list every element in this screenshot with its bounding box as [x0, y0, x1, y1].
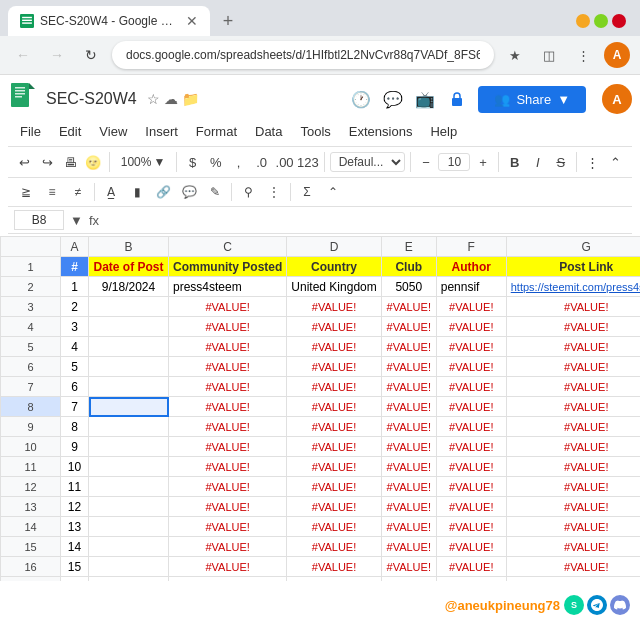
spreadsheet-title[interactable]: SEC-S20W4: [46, 90, 137, 108]
history-icon[interactable]: 🕐: [348, 86, 374, 112]
cell-e16[interactable]: #VALUE!: [381, 557, 436, 577]
cell-e14[interactable]: #VALUE!: [381, 517, 436, 537]
cell-d5[interactable]: #VALUE!: [287, 337, 381, 357]
cell-c15[interactable]: #VALUE!: [169, 537, 287, 557]
cell-e8[interactable]: #VALUE!: [381, 397, 436, 417]
row-number[interactable]: 7: [1, 377, 61, 397]
cell-g4[interactable]: #VALUE!: [506, 317, 640, 337]
cell-e4[interactable]: #VALUE!: [381, 317, 436, 337]
percent-button[interactable]: %: [205, 150, 226, 174]
col-header-b[interactable]: B: [89, 237, 169, 257]
cell-f6[interactable]: #VALUE!: [436, 357, 506, 377]
align-left-button[interactable]: ≧: [14, 180, 38, 204]
menu-help[interactable]: Help: [422, 121, 465, 142]
cell-g13[interactable]: #VALUE!: [506, 497, 640, 517]
cell-f10[interactable]: #VALUE!: [436, 437, 506, 457]
menu-tools[interactable]: Tools: [292, 121, 338, 142]
refresh-button[interactable]: ↻: [78, 42, 104, 68]
spreadsheet-container[interactable]: A B C D E F G 1 # Date of Post Community…: [0, 236, 640, 581]
row-number[interactable]: 1: [1, 257, 61, 277]
cell-f8[interactable]: #VALUE!: [436, 397, 506, 417]
active-tab[interactable]: SEC-S20W4 - Google Sheets ✕: [8, 6, 210, 36]
cell-d2[interactable]: United Kingdom: [287, 277, 381, 297]
comments-icon[interactable]: 💬: [380, 86, 406, 112]
row-number[interactable]: 4: [1, 317, 61, 337]
cell-b17[interactable]: [89, 577, 169, 582]
header-community-cell[interactable]: Community Posted: [169, 257, 287, 277]
align-right-button[interactable]: ≠: [66, 180, 90, 204]
cell-a15[interactable]: 14: [61, 537, 89, 557]
align-center-button[interactable]: ≡: [40, 180, 64, 204]
cell-c10[interactable]: #VALUE!: [169, 437, 287, 457]
cell-c8[interactable]: #VALUE!: [169, 397, 287, 417]
cell-e11[interactable]: #VALUE!: [381, 457, 436, 477]
cell-b7[interactable]: [89, 377, 169, 397]
star-icon[interactable]: ☆: [147, 91, 160, 107]
print-button[interactable]: 🖶: [60, 150, 81, 174]
header-club-cell[interactable]: Club: [381, 257, 436, 277]
cell-c5[interactable]: #VALUE!: [169, 337, 287, 357]
cell-f3[interactable]: #VALUE!: [436, 297, 506, 317]
link-button[interactable]: 🔗: [151, 180, 175, 204]
font-size-input[interactable]: [438, 153, 470, 171]
tab-close-button[interactable]: ✕: [186, 13, 198, 29]
row-number[interactable]: 15: [1, 537, 61, 557]
cell-b12[interactable]: [89, 477, 169, 497]
user-avatar[interactable]: A: [604, 42, 630, 68]
cell-f13[interactable]: #VALUE!: [436, 497, 506, 517]
text-color-button[interactable]: A̲: [99, 180, 123, 204]
cell-b6[interactable]: [89, 357, 169, 377]
cell-c4[interactable]: #VALUE!: [169, 317, 287, 337]
col-header-g[interactable]: G: [506, 237, 640, 257]
cell-f12[interactable]: #VALUE!: [436, 477, 506, 497]
present-icon[interactable]: 📺: [412, 86, 438, 112]
cell-b3[interactable]: [89, 297, 169, 317]
cell-c6[interactable]: #VALUE!: [169, 357, 287, 377]
row-number[interactable]: 14: [1, 517, 61, 537]
cell-c14[interactable]: #VALUE!: [169, 517, 287, 537]
menu-file[interactable]: File: [12, 121, 49, 142]
row-number[interactable]: 6: [1, 357, 61, 377]
cell-f14[interactable]: #VALUE!: [436, 517, 506, 537]
header-hash-cell[interactable]: #: [61, 257, 89, 277]
col-header-e[interactable]: E: [381, 237, 436, 257]
cell-g12[interactable]: #VALUE!: [506, 477, 640, 497]
url-input[interactable]: [112, 41, 494, 69]
cell-a7[interactable]: 6: [61, 377, 89, 397]
cell-d9[interactable]: #VALUE!: [287, 417, 381, 437]
cell-a8[interactable]: 7: [61, 397, 89, 417]
bookmark-icon[interactable]: ★: [502, 42, 528, 68]
menu-edit[interactable]: Edit: [51, 121, 89, 142]
menu-format[interactable]: Format: [188, 121, 245, 142]
row-number[interactable]: 5: [1, 337, 61, 357]
row-number[interactable]: 3: [1, 297, 61, 317]
row-number[interactable]: 8: [1, 397, 61, 417]
cell-d6[interactable]: #VALUE!: [287, 357, 381, 377]
cell-e2[interactable]: 5050: [381, 277, 436, 297]
highlight-button[interactable]: ▮: [125, 180, 149, 204]
cell-a10[interactable]: 9: [61, 437, 89, 457]
cell-g7[interactable]: #VALUE!: [506, 377, 640, 397]
cell-g3[interactable]: #VALUE!: [506, 297, 640, 317]
strikethrough-button[interactable]: S: [550, 150, 571, 174]
minimize-button[interactable]: [576, 14, 590, 28]
cell-e13[interactable]: #VALUE!: [381, 497, 436, 517]
col-header-c[interactable]: C: [169, 237, 287, 257]
close-button[interactable]: [612, 14, 626, 28]
account-avatar[interactable]: A: [602, 84, 632, 114]
cell-a9[interactable]: 8: [61, 417, 89, 437]
header-author-cell[interactable]: Author: [436, 257, 506, 277]
cell-a17[interactable]: 16: [61, 577, 89, 582]
cell-g15[interactable]: #VALUE!: [506, 537, 640, 557]
cell-g11[interactable]: #VALUE!: [506, 457, 640, 477]
cell-d8[interactable]: #VALUE!: [287, 397, 381, 417]
header-country-cell[interactable]: Country: [287, 257, 381, 277]
col-header-d[interactable]: D: [287, 237, 381, 257]
cell-b14[interactable]: [89, 517, 169, 537]
cell-f7[interactable]: #VALUE!: [436, 377, 506, 397]
cell-b10[interactable]: [89, 437, 169, 457]
row-number[interactable]: 16: [1, 557, 61, 577]
row-number[interactable]: 10: [1, 437, 61, 457]
cell-a6[interactable]: 5: [61, 357, 89, 377]
cell-c12[interactable]: #VALUE!: [169, 477, 287, 497]
